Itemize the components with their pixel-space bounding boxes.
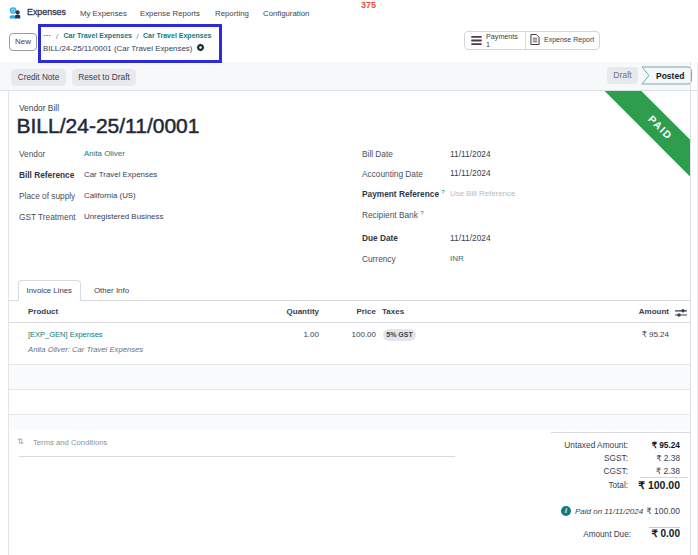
svg-text:Posted: Posted: [656, 71, 684, 81]
